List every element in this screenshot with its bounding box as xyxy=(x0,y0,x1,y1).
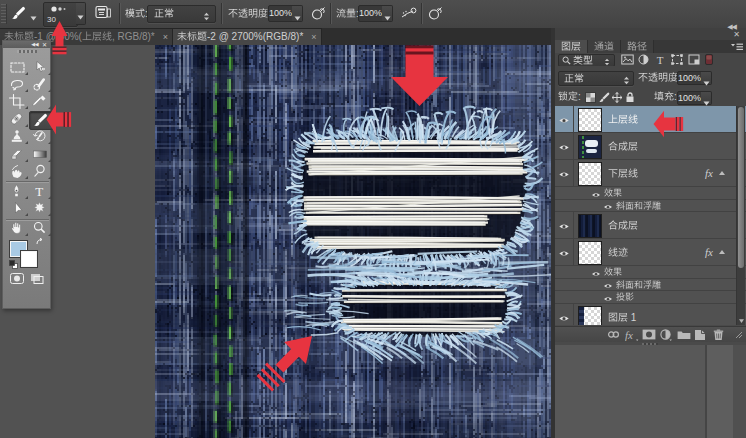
blend-mode-dropdown[interactable] xyxy=(558,71,634,86)
layer-row-6[interactable]: 1 xyxy=(555,304,746,326)
mode-dropdown[interactable] xyxy=(147,5,216,23)
brush-tool-preset-icon[interactable] xyxy=(11,6,27,24)
swap-colors-icon[interactable] xyxy=(36,238,46,247)
layer-effect-item[interactable] xyxy=(555,279,746,292)
add-layer-style-icon[interactable]: fx xyxy=(625,329,637,340)
panel-tab-channels[interactable] xyxy=(588,40,621,53)
panel-resize-grip[interactable] xyxy=(735,330,743,338)
lock-image-pixels-icon[interactable] xyxy=(598,92,610,105)
layers-opacity-caret[interactable] xyxy=(701,71,712,85)
fx-collapse-icon[interactable] xyxy=(718,249,726,255)
screen-mode-icon[interactable] xyxy=(30,273,45,285)
panel-tab-paths[interactable] xyxy=(621,40,654,53)
tool-zoom[interactable] xyxy=(29,220,52,237)
layer-effect-item[interactable] xyxy=(555,200,746,213)
pressure-opacity-icon[interactable] xyxy=(311,6,326,23)
flow-label: : xyxy=(336,0,359,28)
toggle-brush-panel-icon[interactable] xyxy=(95,5,111,22)
lock-transparent-pixels-icon[interactable] xyxy=(585,92,596,105)
tool-eraser[interactable] xyxy=(6,146,29,163)
layer-visibility-toggle[interactable] xyxy=(555,304,574,326)
layer-effects-header[interactable] xyxy=(555,266,746,279)
close-panel-icon[interactable]: ✕ xyxy=(733,30,740,39)
background-color-swatch[interactable] xyxy=(20,250,38,268)
airbrush-icon[interactable] xyxy=(400,6,417,23)
layer-thumbnail[interactable] xyxy=(578,108,602,132)
toolbox-collapse-icon[interactable]: ◀◀ xyxy=(31,41,38,47)
new-group-icon[interactable] xyxy=(677,329,689,340)
brush-tool-icon xyxy=(11,6,27,22)
layer-effects-header[interactable] xyxy=(555,187,746,200)
effects-label xyxy=(604,266,622,278)
tool-lasso[interactable] xyxy=(6,76,29,93)
toolbox-header[interactable]: ◀◀ ✕ xyxy=(3,41,50,48)
layer-visibility-toggle[interactable] xyxy=(555,239,574,265)
flow-caret[interactable] xyxy=(382,5,393,22)
scrollbar-thumb[interactable] xyxy=(738,107,744,268)
layer-thumbnail[interactable] xyxy=(578,135,602,159)
tool-gradient[interactable] xyxy=(29,146,52,163)
pressure-size-icon[interactable] xyxy=(428,6,443,23)
layer-row-3[interactable]: fx xyxy=(555,160,746,187)
mode-value xyxy=(148,8,174,19)
eye-icon xyxy=(558,250,570,257)
layer-row-1[interactable] xyxy=(555,106,746,133)
layer-visibility-toggle[interactable] xyxy=(555,106,574,132)
layer-row-5[interactable]: fx xyxy=(555,239,746,266)
opacity-caret[interactable] xyxy=(292,5,303,22)
tool-eyedropper[interactable] xyxy=(29,93,52,110)
tool-type[interactable]: T xyxy=(29,183,52,200)
layer-visibility-toggle[interactable] xyxy=(555,212,574,238)
fill-caret[interactable] xyxy=(701,91,712,105)
layer-effect-item[interactable] xyxy=(555,291,746,304)
layer-thumbnail[interactable] xyxy=(578,241,602,265)
tool-move[interactable] xyxy=(29,59,52,76)
opacity-value[interactable]: 100% xyxy=(268,5,293,22)
close-tab-icon[interactable]: × xyxy=(311,29,316,45)
layers-scrollbar[interactable] xyxy=(736,106,745,325)
layer-row-2[interactable] xyxy=(555,133,746,160)
quick-mask-icon[interactable] xyxy=(10,273,24,284)
tool-dodge[interactable] xyxy=(29,163,52,180)
flow-value[interactable]: 100% xyxy=(358,5,383,22)
tool-quick-selection[interactable] xyxy=(29,76,52,93)
delete-layer-icon[interactable] xyxy=(713,329,725,340)
panel-menu-icon[interactable] xyxy=(731,43,743,51)
tool-history-brush[interactable] xyxy=(29,128,52,145)
brush-preset-picker[interactable]: 30 xyxy=(43,2,76,25)
tool-hand[interactable] xyxy=(6,220,29,237)
layer-row-4[interactable] xyxy=(555,212,746,239)
close-tab-icon[interactable]: × xyxy=(163,29,168,45)
brush-preset-caret[interactable] xyxy=(76,2,86,25)
tool-smudge[interactable] xyxy=(6,163,29,180)
fx-collapse-icon[interactable] xyxy=(718,170,726,176)
default-colors-icon[interactable] xyxy=(9,260,18,269)
tool-healing-brush[interactable] xyxy=(6,111,29,128)
layer-thumbnail[interactable] xyxy=(578,306,602,326)
tool-clone-stamp[interactable] xyxy=(6,128,29,145)
new-adjustment-layer-icon[interactable] xyxy=(660,329,672,340)
options-bar-grip[interactable] xyxy=(1,4,7,24)
layers-opacity-value[interactable]: 100% xyxy=(677,71,702,85)
add-layer-mask-icon[interactable] xyxy=(642,329,654,340)
layer-visibility-toggle[interactable] xyxy=(555,160,574,186)
scroll-down-icon[interactable] xyxy=(738,318,745,324)
link-layers-icon[interactable] xyxy=(607,329,619,340)
tool-brush[interactable] xyxy=(29,111,54,130)
new-layer-icon[interactable] xyxy=(694,329,706,340)
panel-tab-layers[interactable] xyxy=(555,40,588,53)
toolbox-close-icon[interactable]: ✕ xyxy=(42,41,47,48)
layer-visibility-toggle[interactable] xyxy=(555,133,574,159)
tool-rectangular-marquee[interactable] xyxy=(6,59,29,76)
fill-value[interactable]: 100% xyxy=(677,91,702,105)
layer-thumbnail[interactable] xyxy=(578,214,602,238)
lock-all-icon[interactable] xyxy=(625,92,635,105)
lock-position-icon[interactable] xyxy=(611,92,623,105)
tool-crop[interactable] xyxy=(6,93,29,110)
tool-custom-shape[interactable] xyxy=(29,200,52,217)
tool-pen[interactable] xyxy=(6,183,29,200)
document-tab-2[interactable]: -2 @ 2700%(RGB/8)*× xyxy=(173,28,322,45)
layer-thumbnail[interactable] xyxy=(578,162,602,186)
document-canvas[interactable] xyxy=(155,45,551,438)
tool-path-selection[interactable] xyxy=(6,200,29,217)
